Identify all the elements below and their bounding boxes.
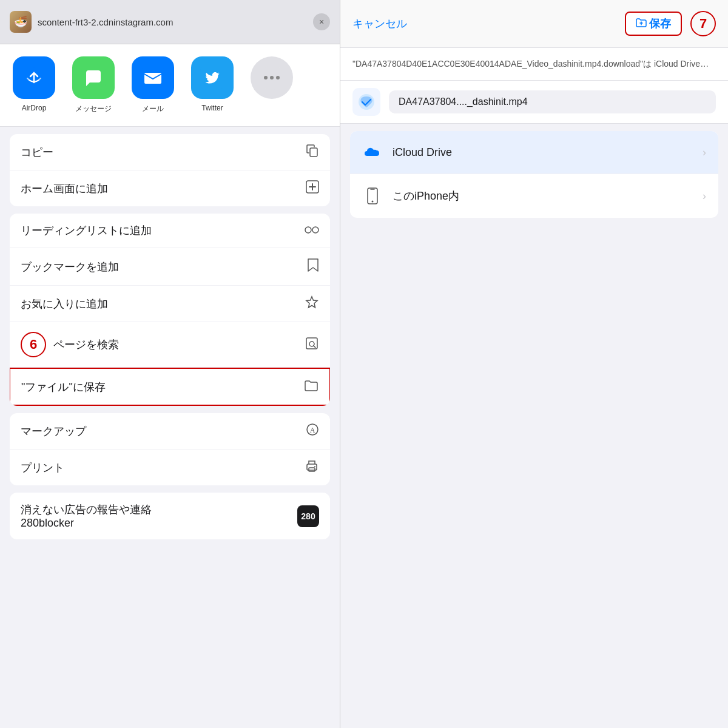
- share-icon-more[interactable]: [248, 56, 296, 114]
- svg-point-12: [312, 227, 318, 233]
- copy-icon: [306, 144, 319, 160]
- action-group-2: リーディングリストに追加 ブックマークを追加 お気に入りに追加: [10, 214, 330, 406]
- svg-point-8: [276, 76, 280, 79]
- mail-label: メール: [142, 104, 164, 114]
- svg-point-22: [372, 201, 374, 203]
- print-action[interactable]: プリント: [10, 450, 330, 485]
- right-panel: キャンセル 保存 7 "DA47A37804D40E1ACC0E30E40014…: [340, 0, 728, 728]
- reading-list-action[interactable]: リーディングリストに追加: [10, 214, 330, 248]
- svg-point-11: [305, 227, 311, 233]
- location-list: iCloud Drive › このiPhone内 ›: [350, 131, 718, 218]
- header-right: 保存 7: [625, 11, 716, 36]
- add-home-action[interactable]: ホーム画面に追加: [10, 170, 330, 206]
- add-home-label: ホーム画面に追加: [21, 181, 108, 196]
- save-button[interactable]: 保存: [625, 12, 682, 36]
- url-text: scontent-frt3-2.cdninstagram.com: [38, 17, 307, 27]
- reading-label: リーディングリストに追加: [21, 223, 152, 238]
- action-group-3: マークアップ A プリント: [10, 413, 330, 485]
- save-folder-icon: [636, 18, 647, 30]
- svg-point-19: [314, 466, 315, 467]
- browser-bar: 🍜 scontent-frt3-2.cdninstagram.com ×: [0, 0, 340, 44]
- page-search-action[interactable]: 6 ページを検索: [10, 322, 330, 368]
- iphone-storage-item[interactable]: このiPhone内 ›: [350, 175, 718, 217]
- step-7-badge: 7: [690, 11, 716, 36]
- action-group-4: 消えない広告の報告や連絡280blocker 280: [10, 493, 330, 539]
- mail-icon: [132, 56, 174, 99]
- blocker-label: 消えない広告の報告や連絡280blocker: [21, 502, 152, 530]
- bookmark-label: ブックマークを追加: [21, 260, 119, 274]
- bookmark-icon: [307, 258, 319, 275]
- file-preview-name: DA47A37804...._dashinit.mp4: [389, 90, 716, 113]
- favicon: 🍜: [10, 11, 32, 33]
- reading-icon: [305, 224, 319, 238]
- page-search-icon: [306, 337, 319, 353]
- markup-icon: A: [306, 423, 319, 439]
- save-label: 保存: [649, 16, 671, 31]
- iphone-icon: [362, 186, 383, 206]
- right-header: キャンセル 保存 7: [340, 0, 728, 48]
- markup-action[interactable]: マークアップ A: [10, 413, 330, 450]
- favorite-action[interactable]: お気に入りに追加: [10, 286, 330, 322]
- icloud-drive-item[interactable]: iCloud Drive ›: [350, 131, 718, 174]
- share-icon-message[interactable]: メッセージ: [69, 56, 118, 114]
- save-files-icon: [304, 379, 318, 395]
- iphone-chevron-icon: ›: [703, 190, 706, 203]
- save-files-action[interactable]: "ファイル"に保存: [10, 368, 330, 406]
- message-label: メッセージ: [75, 104, 112, 114]
- cancel-button[interactable]: キャンセル: [352, 16, 407, 31]
- message-icon: [72, 56, 115, 99]
- share-icons-row: AirDrop メッセージ メール: [0, 44, 340, 127]
- twitter-icon: [191, 56, 234, 99]
- markup-label: マークアップ: [21, 424, 86, 439]
- action-group-1: コピー ホーム画面に追加: [10, 134, 330, 206]
- airdrop-icon: [13, 56, 55, 99]
- page-search-label-row: 6 ページを検索: [21, 332, 119, 357]
- blocker-icon: 280: [297, 505, 319, 527]
- copy-label: コピー: [21, 145, 53, 160]
- svg-rect-18: [309, 468, 315, 471]
- svg-point-7: [270, 76, 274, 79]
- share-icon-mail[interactable]: メール: [129, 56, 177, 114]
- twitter-label: Twitter: [201, 104, 223, 112]
- close-button[interactable]: ×: [313, 13, 330, 30]
- save-files-label: "ファイル"に保存: [21, 380, 106, 394]
- add-home-icon: [306, 180, 319, 197]
- left-panel: 🍜 scontent-frt3-2.cdninstagram.com × Air…: [0, 0, 340, 728]
- share-icon-airdrop[interactable]: AirDrop: [10, 56, 58, 114]
- page-search-label: ページを検索: [53, 337, 119, 352]
- print-label: プリント: [21, 460, 64, 475]
- file-description: "DA47A37804D40E1ACC0E30E40014ADAE_Video_…: [340, 48, 728, 81]
- step-6-badge: 6: [21, 332, 46, 357]
- favorite-label: お気に入りに追加: [21, 297, 108, 311]
- file-preview-icon: [352, 88, 380, 116]
- file-preview-row: DA47A37804...._dashinit.mp4: [340, 81, 728, 124]
- iphone-label: このiPhone内: [393, 189, 693, 203]
- svg-rect-9: [310, 148, 317, 157]
- icloud-chevron-icon: ›: [703, 146, 706, 159]
- blocker-action[interactable]: 消えない広告の報告や連絡280blocker 280: [10, 493, 330, 539]
- share-icon-twitter[interactable]: Twitter: [188, 56, 237, 114]
- svg-text:A: A: [310, 426, 315, 434]
- more-icon: [251, 56, 293, 99]
- bookmark-action[interactable]: ブックマークを追加: [10, 248, 330, 286]
- svg-point-6: [264, 76, 268, 79]
- copy-action[interactable]: コピー: [10, 134, 330, 170]
- favorite-icon: [305, 295, 319, 312]
- print-icon: [305, 459, 319, 476]
- icloud-label: iCloud Drive: [393, 146, 693, 159]
- airdrop-label: AirDrop: [22, 104, 47, 112]
- icloud-icon: [362, 142, 383, 163]
- action-list: コピー ホーム画面に追加: [0, 127, 340, 728]
